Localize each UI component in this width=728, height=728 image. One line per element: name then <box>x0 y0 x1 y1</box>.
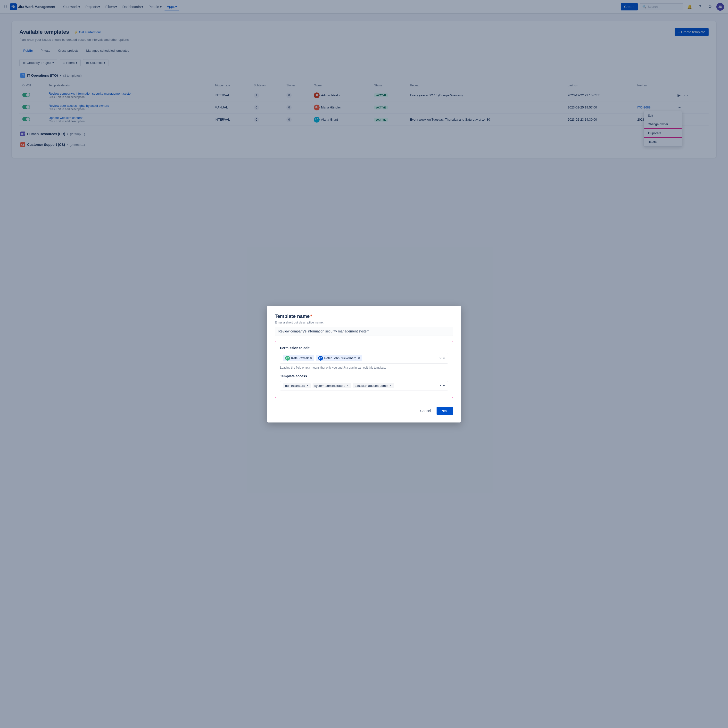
admin2-remove-button[interactable]: ✕ <box>347 384 349 387</box>
access-field-controls: ✕ ▾ <box>439 384 445 387</box>
modal-footer: Cancel Next <box>275 403 453 415</box>
cancel-button[interactable]: Cancel <box>417 407 434 415</box>
admin3-remove-button[interactable]: ✕ <box>390 384 392 387</box>
admin-tag-2: system-administrators ✕ <box>312 383 351 388</box>
field-clear-icon[interactable]: ✕ <box>439 356 442 360</box>
next-button[interactable]: Next <box>437 407 453 415</box>
required-marker: * <box>310 314 312 319</box>
modal-name-hint: Enter a short but descriptive name. <box>275 321 453 324</box>
admin-tag-3: atlassian-addons-admin ✕ <box>353 383 394 388</box>
kate-avatar: KP <box>285 356 290 361</box>
kate-remove-button[interactable]: ✕ <box>310 357 312 359</box>
modal-section-title: Template name* <box>275 314 453 319</box>
template-access-area: Template access administrators ✕ system-… <box>280 374 448 390</box>
access-chevron-icon[interactable]: ▾ <box>443 384 445 387</box>
modal-name-section: Template name* Enter a short but descrip… <box>275 314 453 341</box>
peter-remove-button[interactable]: ✕ <box>358 357 360 359</box>
access-clear-icon[interactable]: ✕ <box>439 384 442 387</box>
permission-section: Permission to edit KP Kate Pawlak ✕ PZ P… <box>275 341 453 398</box>
modal-overlay: Template name* Enter a short but descrip… <box>0 0 728 728</box>
admin-tag-1: administrators ✕ <box>283 383 310 388</box>
user-tag-kate: KP Kate Pawlak ✕ <box>283 355 314 361</box>
perm-field-controls: ✕ ▾ <box>439 356 445 360</box>
peter-avatar: PZ <box>318 356 323 361</box>
admin1-remove-button[interactable]: ✕ <box>306 384 309 387</box>
peter-name: Peter John Zuckerberg <box>324 356 356 360</box>
modal-title-text: Template name <box>275 314 310 319</box>
template-name-input[interactable] <box>275 327 453 336</box>
permission-field[interactable]: KP Kate Pawlak ✕ PZ Peter John Zuckerber… <box>280 353 448 364</box>
access-field[interactable]: administrators ✕ system-administrators ✕… <box>280 381 448 390</box>
permission-to-edit-title: Permission to edit <box>280 346 448 350</box>
duplicate-modal: Template name* Enter a short but descrip… <box>267 306 461 422</box>
kate-name: Kate Pawlak <box>291 356 309 360</box>
user-tag-peter: PZ Peter John Zuckerberg ✕ <box>316 355 362 361</box>
field-chevron-icon[interactable]: ▾ <box>443 356 445 360</box>
template-access-title: Template access <box>280 374 448 378</box>
permission-hint: Leaving the field empty means that only … <box>280 366 448 369</box>
